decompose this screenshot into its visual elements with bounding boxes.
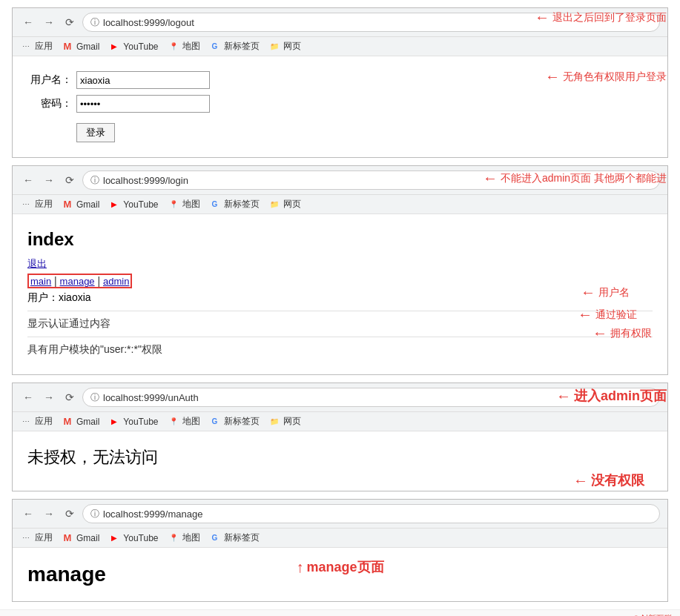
bookmark-web-2[interactable]: 📁 网页 [268,198,301,211]
refresh-button-1[interactable]: ⟳ [62,14,78,30]
refresh-button-4[interactable]: ⟳ [62,506,78,522]
divider-2 [27,337,653,337]
bookmark-gmail-3[interactable]: M Gmail [62,416,99,428]
lock-icon-4: ⓘ [90,508,99,520]
bookmark-youtube-1[interactable]: ▶ YouTube [108,41,158,53]
annotation-manage-text: manage页面 [306,558,383,576]
logout-link[interactable]: 退出 [27,258,47,269]
bookmark-apps-label-1: 应用 [35,40,53,53]
arrow-icon-enter: ← [556,388,571,405]
login-button[interactable]: 登录 [76,123,115,142]
web-label-2: 网页 [283,198,301,211]
maps-label-4: 地图 [182,531,200,544]
youtube-icon-1: ▶ [108,41,120,53]
maps-label-3: 地图 [182,415,200,428]
gmail-icon-2: M [62,199,73,211]
bookmark-apps-4[interactable]: ⋯ 应用 [20,531,53,544]
bookmark-apps-1[interactable]: ⋯ 应用 [20,40,53,53]
gmail-icon-3: M [62,416,73,428]
bookmark-apps-2[interactable]: ⋯ 应用 [20,198,53,211]
annotation-enter-admin: ← 进入admin页面 [556,387,667,405]
arrow-icon-noperm: ← [545,68,560,85]
forward-button-2[interactable]: → [41,172,57,188]
back-button-3[interactable]: ← [20,389,36,405]
bookmark-newtab-3[interactable]: G 新标签页 [209,415,260,428]
url-text-4: localhost:9999/manage [103,509,202,520]
bookmark-youtube-3[interactable]: ▶ YouTube [108,416,158,428]
annotation-admin: ← 不能进入admin页面 其他两个都能进 [483,170,667,187]
browser-box-2: ← → ⟳ ⓘ localhost:9999/login ⋯ 应用 M Gmai… [12,165,668,375]
url-bar-4[interactable]: ⓘ localhost:9999/manage [82,504,660,523]
refresh-button-2[interactable]: ⟳ [62,172,78,188]
login-btn-row: 登录 [27,119,653,142]
gmail-icon-4: M [62,532,73,544]
back-button-1[interactable]: ← [20,14,36,30]
apps-label-4: 应用 [35,531,53,544]
password-input[interactable] [76,95,210,113]
lock-icon-3: ⓘ [90,391,99,404]
maps-icon-1: 📍 [168,41,179,53]
maps-label-2: 地图 [182,198,200,211]
apps-icon-4: ⋯ [20,532,32,544]
forward-button-1[interactable]: → [41,14,57,30]
maps-icon-4: 📍 [168,532,179,544]
annotation-logout: ← 退出之后回到了登录页面 [535,9,667,26]
bookmark-gmail-4[interactable]: M Gmail [62,532,99,544]
permission-label: 具有用户模块的"user:*:*"权限 [27,343,653,357]
annotation-username-text: 用户名 [598,286,630,299]
bookmark-newtab-4[interactable]: G 新标签页 [209,531,260,544]
annotation-noperm2: ← 没有权限 [573,471,644,489]
arrow-icon-perm: ← [592,325,607,342]
google-icon-3: G [209,416,221,428]
manage-link[interactable]: manage [60,276,95,287]
youtube-label-4: YouTube [123,533,158,543]
index-title: index [27,229,653,250]
annotation-noperm-text: 无角色有权限用户登录 [563,70,667,84]
unauth-text: 未授权，无法访问 [27,446,653,468]
apps-icon-1: ⋯ [20,41,32,53]
annotation-logout-text: 退出之后回到了登录页面 [552,11,667,24]
password-label: 密码： [27,97,72,110]
apps-label-3: 应用 [35,415,53,428]
bookmark-newtab-label-1: 新标签页 [224,40,260,53]
bookmarks-bar-4: ⋯ 应用 M Gmail ▶ YouTube 📍 地图 G 新标签页 [13,529,667,548]
bottom-bar: https://blog.csdn.net/c  创新互联 [0,609,680,616]
bookmark-youtube-2[interactable]: ▶ YouTube [108,199,158,211]
youtube-icon-2: ▶ [108,199,120,211]
bookmark-gmail-2[interactable]: M Gmail [62,199,99,211]
section3-wrapper: ← → ⟳ ⓘ localhost:9999/unAuth ⋯ 应用 M Gma… [6,382,674,491]
bookmarks-bar-3: ⋯ 应用 M Gmail ▶ YouTube 📍 地图 G 新标签页 [13,412,667,431]
bookmark-maps-1[interactable]: 📍 地图 [168,40,200,53]
refresh-button-3[interactable]: ⟳ [62,389,78,405]
bookmark-youtube-label-1: YouTube [123,42,158,52]
back-button-2[interactable]: ← [20,172,36,188]
divider-1 [27,311,653,311]
folder-icon-1: 📁 [268,41,280,53]
bookmark-maps-4[interactable]: 📍 地图 [168,531,200,544]
bookmark-gmail-1[interactable]: M Gmail [62,41,99,53]
bookmark-apps-3[interactable]: ⋯ 应用 [20,415,53,428]
admin-link[interactable]: admin [103,276,129,287]
newtab-label-2: 新标签页 [224,198,260,211]
annotation-verify-text: 通过验证 [595,308,637,322]
bookmark-newtab-1[interactable]: G 新标签页 [209,40,260,53]
main-link[interactable]: main [30,276,51,287]
bookmark-maps-3[interactable]: 📍 地图 [168,415,200,428]
forward-button-3[interactable]: → [41,389,57,405]
bookmark-newtab-2[interactable]: G 新标签页 [209,198,260,211]
google-icon-2: G [209,199,221,211]
annotation-enter-text: 进入admin页面 [574,387,667,405]
browser-box-4: ← → ⟳ ⓘ localhost:9999/manage ⋯ 应用 M Gma… [12,499,668,602]
bookmark-maps-2[interactable]: 📍 地图 [168,198,200,211]
bookmark-web-3[interactable]: 📁 网页 [268,415,301,428]
annotation-username: ← 用户名 [581,284,630,301]
display-label: 显示认证通过内容 [27,317,653,331]
bookmark-youtube-4[interactable]: ▶ YouTube [108,532,158,544]
back-button-4[interactable]: ← [20,506,36,522]
url-text-1: localhost:9999/logout [103,17,194,28]
bookmark-web-1[interactable]: 📁 网页 [268,40,301,53]
lock-icon-2: ⓘ [90,174,99,187]
username-input[interactable] [76,71,210,89]
google-icon-1: G [209,41,221,53]
forward-button-4[interactable]: → [41,506,57,522]
